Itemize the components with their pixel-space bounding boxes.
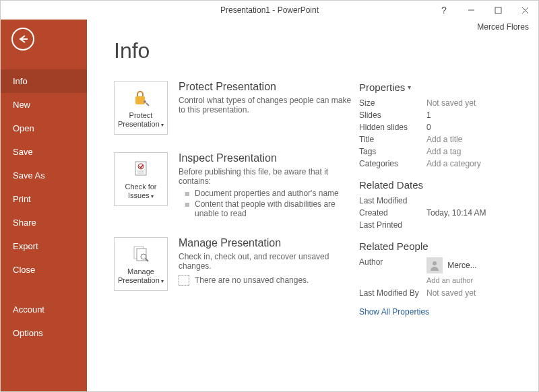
inspect-desc: Before publishing this file, be aware th… [179,167,359,186]
maximize-button[interactable] [484,1,511,20]
lock-icon [130,87,152,108]
nav-new[interactable]: New [1,93,87,117]
nav-info[interactable]: Info [1,69,87,93]
inspect-bullet: Document properties and author's name [195,189,339,198]
manage-desc: Check in, check out, and recover unsaved… [179,252,359,271]
back-button[interactable] [11,28,34,51]
prop-label-hidden: Hidden slides [359,123,426,132]
caret-down-icon: ▾ [408,84,411,91]
prop-label-categories: Categories [359,159,426,168]
user-name[interactable]: Merced Flores [477,22,529,32]
prop-label-slides: Slides [359,110,426,120]
nav-export[interactable]: Export [1,234,87,258]
prop-value-created: Today, 10:14 AM [426,208,486,218]
prop-label-tags: Tags [359,147,426,156]
svg-rect-1 [495,7,501,13]
inspect-bullet: Content that people with disabilities ar… [195,199,359,218]
svg-point-15 [433,261,437,265]
prop-label-author: Author [359,257,426,273]
avatar-icon [426,257,443,273]
nav-share[interactable]: Share [1,211,87,234]
prop-value-hidden: 0 [426,123,431,132]
show-all-properties-link[interactable]: Show All Properties [359,307,429,317]
prop-value-last-mod-by: Not saved yet [426,288,476,298]
document-check-icon [130,158,152,180]
minimize-button[interactable] [457,1,484,20]
prop-value-tags[interactable]: Add a tag [426,147,461,156]
nav-options[interactable]: Options [1,321,87,345]
page-title: Info [114,38,359,63]
bullet-icon [185,203,189,207]
svg-line-6 [146,103,149,106]
no-changes-text: There are no unsaved changes. [195,275,309,285]
window-title: Presentation1 - PowerPoint [220,5,319,15]
close-button[interactable] [511,1,538,20]
svg-rect-4 [135,96,145,104]
nav-save[interactable]: Save [1,140,87,164]
nav-close[interactable]: Close [1,258,87,282]
svg-point-5 [144,100,146,103]
no-changes-icon [179,275,189,286]
protect-desc: Control what types of changes people can… [179,96,359,115]
prop-value-slides: 1 [426,110,431,120]
prop-label-last-modified: Last Modified [359,196,426,205]
nav-print[interactable]: Print [1,187,87,211]
prop-value-title[interactable]: Add a title [426,135,462,144]
prop-value-size: Not saved yet [426,98,476,108]
related-people-heading: Related People [359,240,514,252]
documents-magnify-icon [130,243,152,265]
prop-label-last-mod-by: Last Modified By [359,288,426,298]
nav-save-as[interactable]: Save As [1,164,87,187]
prop-label-created: Created [359,208,426,218]
prop-label-last-printed: Last Printed [359,220,426,230]
caret-down-icon: ▾ [160,122,164,128]
protect-heading: Protect Presentation [179,81,359,93]
nav-account[interactable]: Account [1,298,87,321]
manage-heading: Manage Presentation [179,237,359,249]
protect-presentation-button[interactable]: Protect Presentation ▾ [114,81,168,135]
add-author-link[interactable]: Add an author [426,276,514,284]
prop-value-categories[interactable]: Add a category [426,159,481,168]
prop-label-size: Size [359,98,426,108]
bullet-icon [185,192,189,196]
related-dates-heading: Related Dates [359,179,514,191]
caret-down-icon: ▾ [150,193,154,199]
backstage-sidebar: Info New Open Save Save As Print Share E… [1,20,87,391]
inspect-heading: Inspect Presentation [179,152,359,164]
nav-open[interactable]: Open [1,117,87,140]
prop-label-title: Title [359,135,426,144]
manage-presentation-button[interactable]: Manage Presentation ▾ [114,237,168,291]
author-name[interactable]: Merce... [447,261,476,270]
check-for-issues-button[interactable]: Check for Issues ▾ [114,152,168,206]
properties-dropdown[interactable]: Properties▾ [359,81,514,93]
caret-down-icon: ▾ [160,278,164,284]
help-button[interactable]: ? [431,1,457,20]
